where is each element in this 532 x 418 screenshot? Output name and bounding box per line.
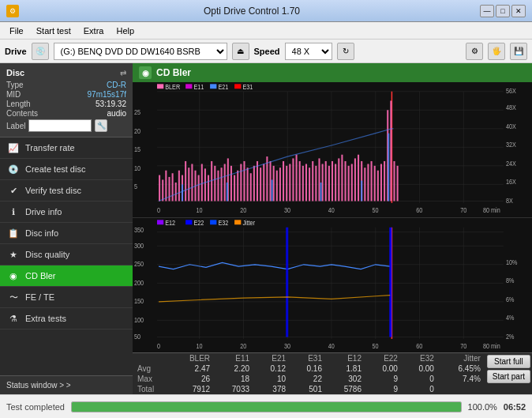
drive-select[interactable]: (G:) BENQ DVD DD DW1640 BSRB [54,43,227,60]
svg-rect-20 [210,84,216,88]
sidebar-item-verify-test-disc[interactable]: ✔ Verify test disc [0,180,133,201]
svg-rect-88 [299,161,301,201]
svg-rect-106 [358,155,359,201]
sidebar-item-extra-tests[interactable]: ⚗ Extra tests [0,308,133,330]
app-icon: ⚙ [6,5,19,17]
row-total-e31: 501 [290,384,327,394]
disc-length-value: 53:19.32 [96,100,126,108]
menu-extra[interactable]: Extra [77,24,111,37]
drive-icon-btn[interactable]: 💿 [32,43,49,60]
verify-test-disc-icon: ✔ [8,185,19,196]
menu-help[interactable]: Help [110,24,140,37]
sidebar-item-label: CD Bler [25,271,56,281]
svg-rect-18 [185,84,192,88]
app-title: Opti Drive Control 1.70 [24,6,480,17]
svg-rect-97 [328,166,330,201]
svg-text:Jitter: Jitter [242,219,255,227]
disc-label-btn[interactable]: 🔧 [95,119,107,132]
svg-text:0: 0 [157,206,160,214]
sidebar-item-label: Transfer rate [25,143,75,153]
start-full-button[interactable]: Start full [487,355,530,368]
table-row: Total 7912 7033 378 501 5786 9 0 [133,384,485,394]
svg-text:250: 250 [134,260,144,268]
svg-rect-92 [312,161,313,201]
row-total-e32: 0 [403,384,439,394]
sidebar-item-label: FE / TE [25,292,54,302]
svg-rect-65 [224,164,226,201]
row-max-e11: 18 [215,374,254,384]
menu-file[interactable]: File [3,24,30,37]
cd-bler-icon: ◉ [8,270,19,281]
disc-arrow-icon[interactable]: ⇄ [120,69,126,77]
sidebar-item-label: Drive info [25,207,62,217]
close-button[interactable]: ✕ [511,5,526,17]
save-button[interactable]: 💾 [510,43,527,60]
svg-rect-75 [257,161,258,201]
svg-rect-147 [234,220,241,224]
row-avg-e12: 1.81 [327,363,366,374]
svg-text:10: 10 [197,206,203,214]
svg-text:6%: 6% [506,296,515,303]
menubar: File Start test Extra Help [0,22,532,40]
svg-rect-143 [185,220,192,224]
col-header-jitter: Jitter [439,353,485,363]
col-header-e31: E31 [290,353,327,363]
svg-rect-108 [364,168,365,201]
svg-rect-60 [208,175,209,201]
svg-rect-72 [247,168,249,201]
sidebar-item-fe-te[interactable]: 〜 FE / TE [0,287,133,308]
sidebar-item-disc-info[interactable]: 📋 Disc info [0,223,133,244]
top-chart: BLER E11 E21 E31 5 10 15 20 25 8X 16X [133,82,532,218]
svg-rect-90 [305,164,307,201]
minimize-button[interactable]: — [480,5,494,17]
svg-rect-64 [221,168,223,201]
settings-button[interactable]: ⚙ [466,43,483,60]
svg-rect-117 [393,161,395,201]
svg-rect-110 [371,161,373,201]
row-max-bler: 26 [170,374,215,384]
menu-start-test[interactable]: Start test [30,24,77,37]
svg-rect-101 [341,155,343,201]
status-window-btn[interactable]: Status window > > [0,375,133,394]
cd-bler-header-icon: ◉ [139,66,152,79]
sidebar-item-cd-bler[interactable]: ◉ CD Bler [0,265,133,287]
elapsed-time: 06:52 [504,402,526,412]
sidebar-item-label: Create test disc [25,164,85,174]
svg-text:0: 0 [157,342,160,350]
sidebar-item-transfer-rate[interactable]: 📈 Transfer rate [0,137,133,159]
svg-rect-120 [227,183,228,201]
svg-rect-116 [390,101,392,201]
row-avg-e32: 0.00 [403,363,439,374]
info-button[interactable]: 🖐 [488,43,505,60]
svg-rect-73 [250,173,252,201]
svg-rect-99 [335,164,336,201]
svg-text:200: 200 [134,279,144,287]
col-header-bler: BLER [170,353,215,363]
speed-select[interactable]: 48 X [285,43,332,60]
svg-rect-96 [325,161,327,201]
row-max-label: Max [133,374,170,384]
svg-text:60: 60 [416,342,422,350]
row-total-bler: 7912 [170,384,215,394]
svg-rect-86 [292,158,294,201]
svg-rect-119 [182,184,183,201]
start-part-button[interactable]: Start part [487,370,530,383]
row-avg-e21: 0.12 [254,363,290,374]
svg-text:80 min: 80 min [483,206,500,214]
progress-bar [72,402,461,412]
row-max-e22: 9 [366,374,403,384]
maximize-button[interactable]: □ [496,5,510,17]
svg-rect-94 [318,158,320,201]
eject-button[interactable]: ⏏ [232,43,249,60]
sidebar-item-disc-quality[interactable]: ★ Disc quality [0,244,133,265]
sidebar-item-drive-info[interactable]: ℹ Drive info [0,201,133,223]
refresh-button[interactable]: ↻ [337,43,354,60]
svg-rect-125 [133,218,532,353]
disc-label-input[interactable] [28,119,92,132]
sidebar-item-create-test-disc[interactable]: 💿 Create test disc [0,159,133,180]
disc-title: Disc [6,68,24,77]
svg-rect-118 [397,166,399,201]
start-buttons: Start full Start part [485,353,532,394]
svg-rect-80 [273,166,275,201]
svg-text:BLER: BLER [165,84,180,92]
